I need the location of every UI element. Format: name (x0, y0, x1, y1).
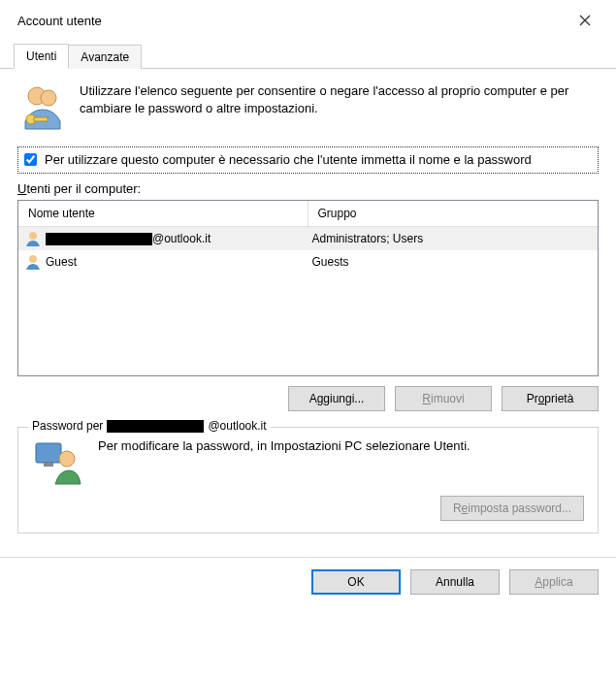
svg-point-1 (41, 90, 56, 106)
require-login-checkbox[interactable] (24, 153, 37, 166)
svg-point-4 (29, 232, 37, 240)
svg-rect-3 (34, 117, 48, 121)
column-header-group[interactable]: Gruppo (308, 201, 599, 226)
apply-button: Applica (509, 569, 599, 595)
tab-advanced[interactable]: Avanzate (68, 45, 142, 69)
column-header-username[interactable]: Nome utente (18, 201, 308, 226)
user-list-header: Nome utente Gruppo (18, 201, 598, 227)
remove-button: Rimuovi (395, 386, 492, 411)
ok-button[interactable]: OK (311, 569, 401, 595)
svg-point-8 (59, 451, 75, 467)
redacted-username (107, 420, 204, 433)
user-icon (24, 230, 42, 247)
window-title: Account utente (17, 14, 102, 28)
reset-password-button: Reimposta password... (440, 496, 584, 521)
password-groupbox-legend: Password per @outlook.it (28, 419, 271, 433)
svg-point-5 (29, 255, 37, 263)
cancel-button[interactable]: Annulla (410, 569, 500, 595)
require-login-checkbox-row: Per utilizzare questo computer è necessa… (17, 146, 599, 174)
require-login-label: Per utilizzare questo computer è necessa… (45, 151, 532, 169)
user-icon (24, 253, 42, 271)
close-icon (579, 15, 591, 26)
list-item[interactable]: @outlook.it Administrators; Users (18, 227, 598, 250)
tab-users[interactable]: Utenti (14, 44, 69, 69)
list-item[interactable]: Guest Guests (18, 250, 598, 274)
intro-text: Utilizzare l'elenco seguente per consent… (80, 82, 599, 117)
user-list[interactable]: Nome utente Gruppo @outlook.it Administr… (17, 200, 599, 376)
password-groupbox: Password per @outlook.it Per modificare … (17, 427, 599, 534)
user-monitor-icon (32, 437, 82, 488)
user-list-label: Utenti per il computer: (17, 181, 599, 196)
username: Guest (46, 255, 77, 269)
tab-bar: Utenti Avanzate (0, 43, 616, 69)
dialog-footer: OK Annulla Applica (0, 557, 616, 606)
redacted-username (46, 233, 152, 245)
username-suffix: @outlook.it (152, 232, 211, 245)
user-group: Administrators; Users (303, 232, 593, 245)
svg-rect-7 (44, 463, 53, 467)
add-button[interactable]: Aggiungi... (288, 386, 385, 411)
users-keys-icon (17, 82, 68, 133)
close-button[interactable] (566, 7, 604, 34)
password-info-text: Per modificare la password, in Impostazi… (98, 437, 470, 455)
properties-button[interactable]: Proprietà (502, 386, 599, 411)
svg-rect-6 (36, 443, 61, 463)
user-group: Guests (303, 255, 593, 269)
